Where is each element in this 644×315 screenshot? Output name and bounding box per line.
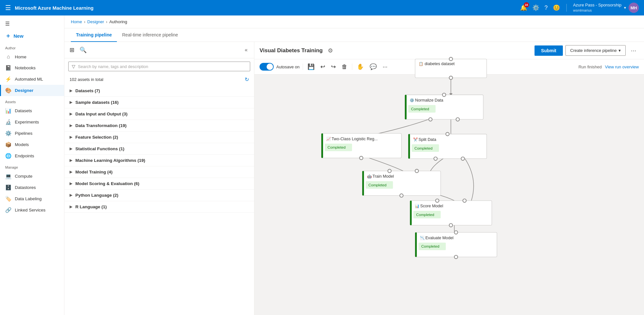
svg-point-13	[429, 118, 432, 121]
category-arrow-icon: ▶	[70, 205, 72, 209]
asset-category-model-scoring-&-evaluation[interactable]: ▶Model Scoring & Evaluation (6)	[64, 178, 254, 190]
endpoints-icon: 🌐	[5, 153, 12, 159]
sidebar: ☰ ＋ New Author ⌂ Home 📓 Notebooks ⚡ Auto…	[0, 15, 64, 315]
sidebar-item-pipelines[interactable]: ⚙️ Pipelines	[0, 128, 64, 139]
tab-realtime-inference[interactable]: Real-time inference pipeline	[117, 28, 183, 42]
svg-rect-32	[362, 171, 364, 195]
svg-point-37	[388, 169, 391, 173]
svg-text:Split Data: Split Data	[419, 137, 437, 142]
breadcrumb-sep-2: ›	[106, 19, 107, 24]
svg-text:Two-Class Logistic Reg...: Two-Class Logistic Reg...	[332, 137, 378, 141]
svg-point-46	[436, 199, 439, 202]
category-arrow-icon: ▶	[70, 170, 72, 174]
canvas-area: Visual Diabetes Training ⚙ Submit Create…	[254, 42, 644, 315]
sidebar-item-experiments[interactable]: 🔬 Experiments	[0, 116, 64, 128]
category-arrow-icon: ▶	[70, 182, 72, 186]
sidebar-item-automated-ml[interactable]: ⚡ Automated ML	[0, 74, 64, 85]
notification-icon[interactable]: 🔔 16	[520, 4, 527, 11]
svg-point-22	[434, 157, 437, 161]
assets-count-row: 102 assets in total ↻	[64, 74, 254, 85]
new-button[interactable]: ＋ New	[0, 29, 64, 42]
asset-category-sample-datasets[interactable]: ▶Sample datasets (16)	[64, 97, 254, 108]
account-name: Azure Pass - Sponsorship wsmlmarius	[573, 3, 621, 13]
sidebar-item-datastores[interactable]: 🗄️ Datastores	[0, 182, 64, 193]
breadcrumb-home[interactable]: Home	[71, 19, 82, 24]
search-toggle-icon[interactable]: 🔍	[78, 45, 88, 55]
svg-text:Completed: Completed	[411, 107, 429, 111]
datastores-icon: 🗄️	[5, 184, 12, 191]
help-icon[interactable]: ?	[545, 5, 548, 11]
assets-section-label: Assets	[0, 96, 64, 105]
svg-text:Completed: Completed	[327, 145, 346, 149]
svg-text:Completed: Completed	[416, 212, 434, 217]
home-icon: ⌂	[5, 54, 12, 60]
node-normalize-data[interactable]: ⚙️ Normalize Data Completed	[405, 93, 483, 121]
main-content: Home › Designer › Authoring Training pip…	[64, 15, 644, 315]
modules-icon[interactable]: ⊞	[68, 45, 76, 55]
node-split-data[interactable]: ✂️ Split Data Completed	[408, 133, 487, 161]
search-filter-icon: ▽	[72, 64, 75, 69]
hamburger-icon[interactable]: ☰	[5, 4, 11, 12]
assets-count-label: 102 assets in total	[70, 77, 103, 82]
tabs-bar: Training pipeline Real-time inference pi…	[64, 28, 644, 42]
svg-text:🤖: 🤖	[367, 174, 372, 179]
svg-point-38	[415, 169, 419, 173]
top-nav: ☰ Microsoft Azure Machine Learning 🔔 16 …	[0, 0, 644, 15]
feedback-icon[interactable]: 😊	[553, 4, 560, 11]
svg-rect-25	[321, 133, 323, 158]
asset-category-data-input-and-output[interactable]: ▶Data Input and Output (3)	[64, 108, 254, 120]
asset-panel: ⊞ 🔍 « ▽ 102 assets in total ↻ ▶Datasets …	[64, 42, 254, 315]
search-input[interactable]	[78, 64, 247, 69]
settings-icon[interactable]: ⚙️	[532, 4, 539, 11]
node-score-model[interactable]: 📊 Score Model Completed	[410, 199, 492, 227]
asset-category-feature-selection[interactable]: ▶Feature Selection (2)	[64, 132, 254, 143]
breadcrumb-designer[interactable]: Designer	[87, 19, 104, 24]
account-info[interactable]: Azure Pass - Sponsorship wsmlmarius ▾ MH	[573, 3, 639, 13]
top-nav-icons: 🔔 16 ⚙️ ? 😊 Azure Pass - Sponsorship wsm…	[520, 3, 639, 13]
tab-training-pipeline[interactable]: Training pipeline	[71, 28, 117, 42]
category-arrow-icon: ▶	[70, 193, 72, 197]
node-two-class-logistic[interactable]: 📈 Two-Class Logistic Reg... Completed	[321, 133, 402, 160]
asset-category-statistical-functions[interactable]: ▶Statistical Functions (1)	[64, 143, 254, 155]
pipeline-svg: 📋 diabetes dataset ⚙️ Norma	[254, 42, 644, 315]
asset-category-datasets[interactable]: ▶Datasets (7)	[64, 85, 254, 97]
sidebar-item-compute[interactable]: 💻 Compute	[0, 171, 64, 182]
node-train-model[interactable]: 🤖 Train Model Completed	[362, 169, 441, 197]
sidebar-item-home[interactable]: ⌂ Home	[0, 51, 64, 62]
node-evaluate-model[interactable]: 📉 Evaluate Model Completed	[415, 231, 497, 259]
svg-point-30	[360, 156, 363, 160]
asset-category-model-training[interactable]: ▶Model Training (4)	[64, 166, 254, 178]
sidebar-item-notebooks[interactable]: 📓 Notebooks	[0, 62, 64, 74]
breadcrumb-current: Authoring	[109, 19, 127, 24]
asset-category-python-language[interactable]: ▶Python Language (2)	[64, 190, 254, 201]
sidebar-item-data-labeling[interactable]: 🏷️ Data Labeling	[0, 193, 64, 204]
svg-point-5	[449, 76, 453, 80]
svg-point-14	[456, 118, 459, 121]
svg-point-39	[400, 194, 403, 197]
svg-text:Completed: Completed	[368, 183, 386, 187]
asset-category-r-language[interactable]: ▶R Language (1)	[64, 201, 254, 213]
sidebar-item-linked-services[interactable]: 🔗 Linked Services	[0, 204, 64, 216]
models-icon: 📦	[5, 142, 12, 148]
sidebar-item-models[interactable]: 📦 Models	[0, 139, 64, 150]
node-diabetes-dataset[interactable]: 📋 diabetes dataset	[415, 57, 487, 80]
breadcrumb: Home › Designer › Authoring	[64, 15, 644, 28]
collapse-panel-icon[interactable]: «	[242, 46, 250, 54]
sidebar-hamburger[interactable]: ☰	[0, 18, 64, 29]
asset-category-data-transformation[interactable]: ▶Data Transformation (19)	[64, 120, 254, 132]
author-section-label: Author	[0, 42, 64, 51]
svg-point-21	[446, 133, 449, 136]
search-box: ▽	[68, 62, 250, 71]
refresh-icon[interactable]: ↻	[245, 76, 249, 83]
svg-text:⚙️: ⚙️	[410, 98, 414, 103]
nav-divider	[566, 4, 567, 12]
asset-list: ▶Datasets (7)▶Sample datasets (16)▶Data …	[64, 85, 254, 315]
notebooks-icon: 📓	[5, 65, 12, 71]
svg-point-12	[442, 93, 446, 97]
sidebar-item-designer[interactable]: 🎨 Designer	[0, 85, 64, 96]
svg-point-47	[463, 199, 466, 202]
linked-services-icon: 🔗	[5, 207, 12, 213]
asset-category-machine-learning-algorithms[interactable]: ▶Machine Learning Algorithms (19)	[64, 155, 254, 166]
sidebar-item-endpoints[interactable]: 🌐 Endpoints	[0, 150, 64, 162]
sidebar-item-datasets[interactable]: 📊 Datasets	[0, 105, 64, 116]
